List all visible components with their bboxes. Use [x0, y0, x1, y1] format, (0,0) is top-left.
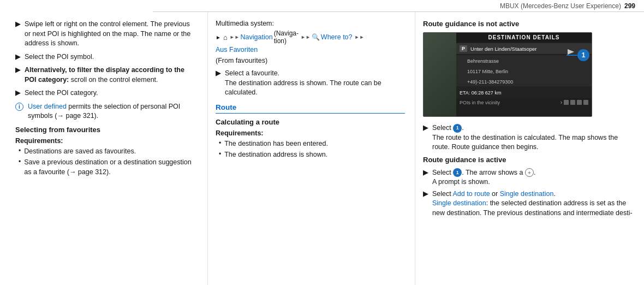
select-favourite-desc: The destination address is shown. The ro…: [225, 79, 381, 97]
select-favourite-text: Select a favourite.: [225, 69, 279, 77]
bullet-icon: •: [219, 139, 221, 147]
nav-destination-text: Unter den Linden/Staatsoper: [470, 46, 536, 52]
list-item: ▶ Select 1. The route to the destination…: [423, 123, 634, 152]
requirements-label-2: Requirements:: [216, 129, 405, 137]
magnifier-icon: 🔍: [312, 33, 320, 41]
select-mid-3: or: [490, 190, 500, 198]
select-suffix-2: .: [534, 169, 535, 176]
nav-pois-chevron[interactable]: ›: [560, 99, 562, 105]
route-active-heading: Route guidance is active: [423, 156, 634, 164]
select-period-1: .: [462, 124, 463, 132]
nav-pois-icon-4: [583, 100, 588, 105]
list-item: • The destination has been entered.: [216, 139, 405, 149]
list-item: • Save a previous destination or a desti…: [15, 158, 198, 177]
nav-address-row-2: 10117 Mitte, Berlin: [456, 66, 592, 76]
list-item: • The destination address is shown.: [216, 150, 405, 160]
item-text: Select the POI symbol.: [25, 52, 94, 62]
nav-circle-button[interactable]: 1: [577, 49, 589, 61]
map-bg: [424, 33, 456, 116]
requirements-label: Requirements:: [15, 137, 198, 145]
item-text: Select Add to route or Single destinatio…: [432, 189, 634, 218]
where-to-link[interactable]: Where to?: [321, 33, 353, 41]
bullet-text: Save a previous destination or a destina…: [24, 158, 198, 177]
single-destination-link[interactable]: Single destination: [500, 190, 554, 198]
route-section-heading: Route: [216, 103, 405, 114]
arrow-icon: ▶: [423, 169, 428, 176]
svg-marker-0: [568, 49, 574, 55]
navigation-link[interactable]: Navigation: [241, 33, 273, 41]
bullet-icon: •: [219, 150, 221, 158]
nav-pois-icon-1: [564, 100, 569, 105]
item-text: Alternatively, to filter the display acc…: [25, 66, 198, 85]
nav-image-inner: DESTINATION DETAILS P Unter den Linden/S…: [424, 33, 592, 116]
arrow-icon: ▶: [15, 20, 20, 28]
list-item: ▶ Select 1. The arrow shows a +. A promp…: [423, 168, 634, 187]
home-icon: ⌂: [223, 33, 228, 41]
item-text: Select the POI category.: [25, 88, 98, 98]
multimedia-label: Multimedia system:: [216, 20, 405, 27]
arrow-icon: ▶: [423, 190, 428, 198]
page-container: MBUX (Mercedes-Benz User Experience) 299…: [0, 0, 644, 285]
arrow-icon: ▶: [15, 89, 20, 97]
right-column: Route guidance is not active DESTINATION…: [415, 12, 644, 285]
user-defined-link[interactable]: User defined: [28, 103, 67, 110]
circle-icon-1: 1: [453, 124, 462, 133]
left-column: ▶ Swipe left or right on the control ele…: [0, 12, 207, 285]
item-text: Swipe left or right on the control eleme…: [25, 20, 198, 49]
nav-phone-text: +49)-211-384279300: [467, 79, 513, 85]
list-item: ▶ Select Add to route or Single destinat…: [423, 189, 634, 218]
select-desc-2: A prompt is shown.: [432, 178, 490, 186]
nav-phone-row: +49)-211-384279300: [456, 76, 592, 86]
nav-content: DESTINATION DETAILS P Unter den Linden/S…: [456, 33, 592, 116]
bullet-text: Destinations are saved as favourites.: [24, 147, 136, 157]
list-item: ▶ Alternatively, to filter the display a…: [15, 66, 198, 85]
select-mid-2: . The arrow shows a: [462, 169, 525, 176]
nav-screen-image: DESTINATION DETAILS P Unter den Linden/S…: [423, 32, 592, 117]
arrow-icon: ▶: [423, 124, 428, 132]
nav-pois-icon-2: [570, 100, 575, 105]
bullet-icon: •: [19, 147, 21, 155]
select-prefix-3: Select: [432, 190, 453, 198]
select-desc-1: The route to the destination is calculat…: [432, 134, 618, 151]
nav-eta-row: ETA: 06:28 627 km: [456, 86, 592, 98]
info-circle-icon: i: [15, 103, 23, 111]
circle-icon-2: 1: [453, 168, 462, 177]
nav-pois-row: POIs in the vicinity ›: [456, 98, 592, 107]
nav-arrow-symbol: [567, 47, 576, 58]
nav-pois-text: POIs in the vicinity: [460, 100, 500, 105]
header-title: MBUX (Mercedes-Benz User Experience): [500, 2, 621, 10]
section-heading-favourites: Selecting from favourites: [15, 126, 198, 134]
bullet-text: The destination has been entered.: [224, 139, 328, 149]
bc-double-arrow-2: ►►: [301, 34, 311, 40]
bc-double-arrow-3: ►►: [355, 34, 365, 40]
item-text: Select 1. The route to the destination i…: [432, 123, 634, 152]
bullet-text: The destination address is shown.: [224, 150, 327, 160]
arrow-icon: ▶: [216, 69, 220, 77]
list-item: ▶ Select the POI category.: [15, 88, 198, 98]
calculating-route-heading: Calculating a route: [216, 118, 405, 126]
nav-p-badge: P: [460, 45, 467, 52]
select-suffix-3: .: [553, 190, 555, 198]
arrow-icon: ▶: [15, 53, 20, 61]
breadcrumb: ► ⌂ ►► Navigation (Naviga-tion) ►► 🔍 Whe…: [216, 29, 405, 54]
nav-pois-icon-3: [577, 100, 582, 105]
nav-pois-controls: ›: [560, 99, 588, 105]
arrow-icon: ▶: [15, 66, 20, 74]
route-not-active-heading: Route guidance is not active: [423, 20, 634, 28]
header-bar: MBUX (Mercedes-Benz User Experience) 299: [153, 0, 644, 12]
item-suffix: scroll on the control element.: [69, 76, 158, 84]
single-destination-label: Single destination: [432, 199, 486, 207]
bullet-icon: •: [19, 158, 21, 165]
bc-double-arrow-1: ►►: [230, 34, 240, 40]
bc-arrow-1: ►: [216, 34, 221, 40]
aus-favoriten-link[interactable]: Aus Favoriten: [216, 46, 258, 54]
nav-eta-text: ETA: 06:28 627 km: [460, 90, 501, 96]
info-item: i User defined permits the selection of …: [15, 102, 198, 121]
middle-column: Multimedia system: ► ⌂ ►► Navigation (Na…: [207, 12, 415, 285]
item-text: Select 1. The arrow shows a +. A prompt …: [432, 168, 536, 187]
add-to-route-link[interactable]: Add to route: [453, 190, 490, 198]
from-favourites-label: (From favourites): [216, 57, 405, 64]
plus-icon: +: [525, 168, 534, 177]
list-item: ▶ Select a favourite. The destination ad…: [216, 69, 405, 98]
select-prefix-1: Select: [432, 124, 453, 132]
